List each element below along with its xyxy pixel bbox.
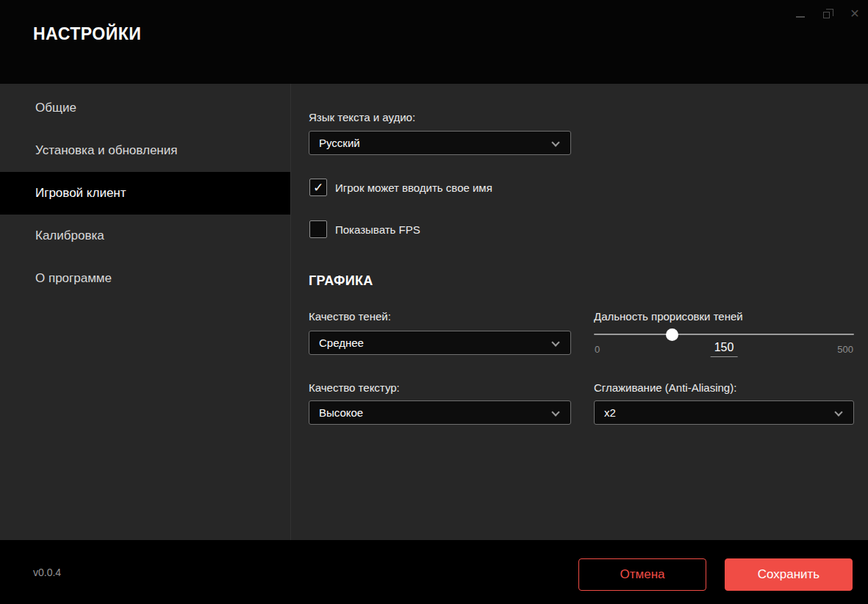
minimize-button[interactable] [795, 8, 806, 20]
shadow-distance-value-input[interactable]: 150 [711, 341, 738, 357]
texture-quality-label: Качество текстур: [309, 381, 400, 395]
texture-quality-select[interactable]: Высокое [309, 400, 571, 425]
sidebar-item-calibration[interactable]: Калибровка [0, 215, 290, 257]
chevron-down-icon [551, 338, 559, 346]
checkbox-box: ✓ [309, 220, 327, 238]
antialiasing-label: Сглаживание (Anti-Aliasing): [594, 381, 736, 395]
restore-button[interactable] [822, 8, 833, 20]
slider-min-label: 0 [595, 344, 600, 355]
restore-icon [823, 12, 830, 18]
settings-window: НАСТРОЙКИ ✕ Общие Установка и обновления… [0, 0, 868, 604]
close-button[interactable]: ✕ [849, 8, 861, 20]
chevron-down-icon [834, 408, 842, 416]
sidebar-item-game-client[interactable]: Игровой клиент [0, 172, 290, 215]
save-button[interactable]: Сохранить [725, 558, 853, 591]
sidebar-item-label: Общие [35, 101, 76, 115]
shadow-quality-select-value: Среднее [319, 337, 364, 349]
chevron-down-icon [551, 138, 559, 146]
cancel-button[interactable]: Отмена [578, 558, 706, 591]
shadow-distance-thumb[interactable] [666, 328, 678, 341]
graphics-section-heading: ГРАФИКА [309, 273, 373, 289]
antialiasing-select-value: x2 [604, 406, 616, 419]
shadow-distance-slider: 0 150 500 [594, 326, 854, 362]
shadow-distance-label: Дальность прорисовки теней [594, 309, 743, 324]
sidebar-item-label: Игровой клиент [35, 186, 126, 201]
show-fps-checkbox[interactable]: ✓ Показывать FPS [309, 220, 420, 238]
slider-max-label: 500 [837, 344, 853, 355]
sidebar-item-label: Калибровка [35, 229, 104, 243]
language-select-value: Русский [319, 137, 360, 149]
footer-buttons: Отмена Сохранить [578, 558, 853, 591]
checkbox-label: Игрок может вводить свое имя [335, 181, 492, 194]
shadow-quality-label: Качество теней: [309, 309, 391, 324]
antialiasing-select[interactable]: x2 [594, 400, 854, 425]
shadow-distance-track[interactable] [594, 334, 854, 335]
shadow-quality-select[interactable]: Среднее [309, 331, 571, 355]
player-name-checkbox[interactable]: ✓ Игрок может вводить свое имя [309, 179, 492, 196]
content-panel: Язык текста и аудио: Русский ✓ Игрок мож… [292, 84, 868, 540]
checkbox-box: ✓ [309, 179, 327, 196]
check-icon: ✓ [313, 181, 323, 194]
sidebar-item-label: Установка и обновления [35, 143, 177, 158]
header: НАСТРОЙКИ ✕ [0, 0, 868, 84]
window-controls: ✕ [795, 4, 861, 24]
close-icon: ✕ [850, 8, 859, 20]
texture-quality-select-value: Высокое [319, 406, 363, 419]
chevron-down-icon [551, 408, 559, 416]
sidebar-item-install-updates[interactable]: Установка и обновления [0, 129, 290, 172]
language-label: Язык текста и аудио: [309, 110, 415, 125]
checkbox-label: Показывать FPS [335, 223, 420, 236]
sidebar-item-label: О программе [35, 271, 112, 286]
language-select[interactable]: Русский [309, 131, 571, 155]
sidebar-item-about[interactable]: О программе [0, 257, 290, 300]
footer: v0.0.4 Отмена Сохранить [0, 540, 868, 604]
minimize-icon [796, 16, 805, 18]
sidebar-item-general[interactable]: Общие [0, 87, 290, 129]
version-label: v0.0.4 [33, 567, 61, 578]
sidebar: Общие Установка и обновления Игровой кли… [0, 84, 291, 540]
page-title: НАСТРОЙКИ [33, 24, 141, 44]
